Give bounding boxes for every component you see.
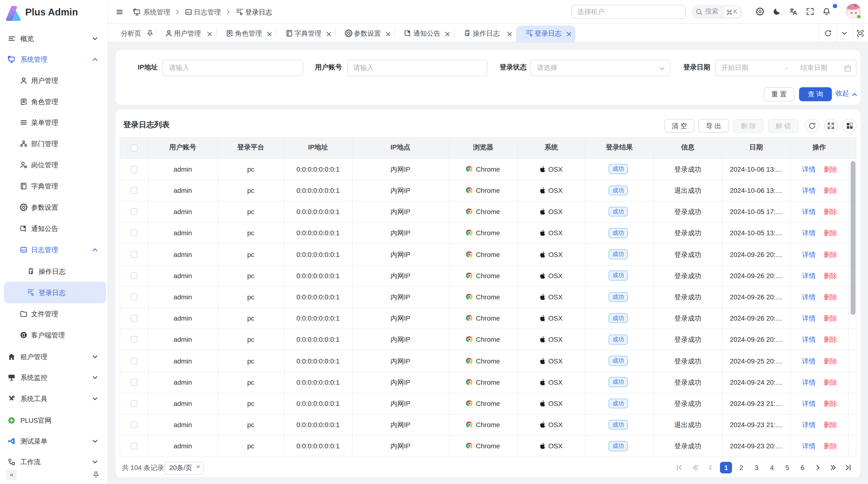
svg-text:DEV: DEV xyxy=(21,249,26,251)
svg-text:DEV: DEV xyxy=(186,11,191,13)
